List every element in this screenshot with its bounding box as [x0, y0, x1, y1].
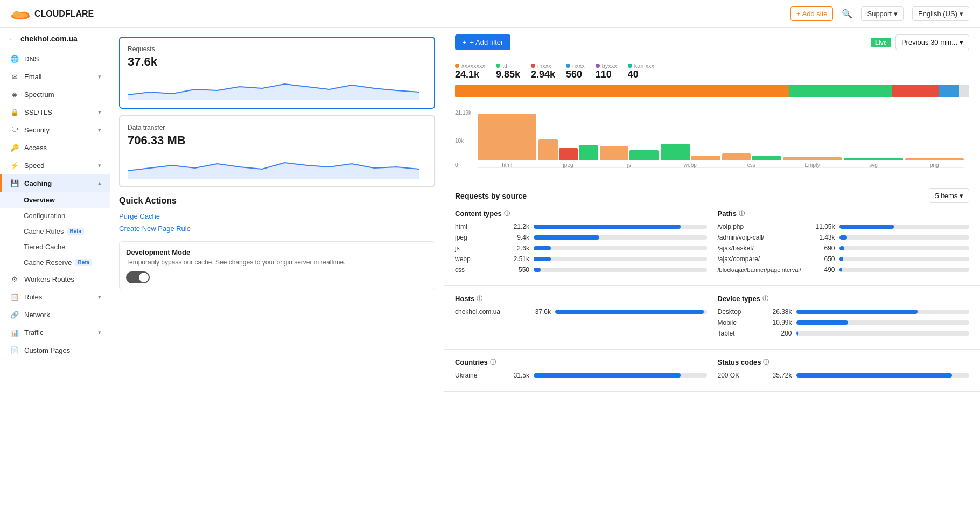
summary-item-1: ttt 9.85k — [496, 62, 520, 80]
source-row-css: css 550 — [455, 266, 707, 274]
source-row-tablet: Tablet 200 — [718, 330, 970, 337]
traffic-icon: 📊 — [10, 329, 19, 337]
dot-1 — [496, 64, 500, 68]
ssl-icon: 🔒 — [10, 108, 19, 116]
items-select-label: 5 items — [935, 192, 957, 200]
support-button[interactable]: Support ▾ — [861, 6, 904, 21]
sidebar-item-caching[interactable]: 💾 Caching ▴ — [0, 174, 110, 192]
language-button[interactable]: English (US) ▾ — [912, 6, 969, 21]
items-select[interactable]: 5 items ▾ — [929, 188, 969, 203]
add-filter-button[interactable]: + + Add filter — [455, 34, 510, 50]
time-select[interactable]: Previous 30 min... ▾ — [895, 34, 969, 50]
bar-jpeg-0 — [538, 139, 557, 160]
svg-point-3 — [13, 13, 28, 18]
source-row-desktop: Desktop 26.38k — [718, 308, 970, 316]
summary-item-4: byxxx 110 — [596, 62, 617, 80]
source-row-js: js 2.6k — [455, 244, 707, 252]
body-wrap: ← chekhol.com.ua 🌐 DNS ✉ Email ▾ ◈ Spect… — [0, 28, 980, 524]
account-name: chekhol.com.ua — [20, 34, 78, 43]
bar-label-js: js — [627, 162, 631, 168]
paths-info-icon: ⓘ — [739, 209, 745, 218]
live-badge: Live — [871, 38, 891, 47]
bar-jpeg-2 — [579, 145, 598, 160]
sidebar-sub-tiered-cache[interactable]: Tiered Cache — [0, 239, 110, 255]
time-select-label: Previous 30 min... — [901, 38, 957, 46]
bar-label-css: css — [747, 162, 755, 168]
stacked-bar-segment-3 — [939, 85, 959, 97]
sidebar-item-network[interactable]: 🔗 Network — [0, 306, 110, 324]
sidebar-sub-overview[interactable]: Overview — [0, 192, 110, 208]
rules-icon: 📋 — [10, 293, 19, 301]
source-row-jpeg: jpeg 9.4k — [455, 234, 707, 241]
cloudflare-logo: CLOUDFLARE — [11, 8, 94, 20]
bar-label-jpeg: jpeg — [563, 162, 573, 168]
device-types-info-icon: ⓘ — [762, 295, 768, 303]
source-row-mobile: Mobile 10.99k — [718, 319, 970, 326]
sidebar-label-caching: Caching — [24, 179, 52, 187]
requests-card-title: Requests — [128, 45, 426, 53]
sidebar-sub-cache-reserve[interactable]: Cache Reserve Beta — [0, 255, 110, 270]
sidebar-account[interactable]: ← chekhol.com.ua — [0, 28, 110, 50]
source-row-admin-voip: /admin/voip-call/ 1.43k — [718, 234, 970, 241]
sidebar-label-ssl: SSL/TLS — [24, 108, 52, 116]
sidebar-item-security[interactable]: 🛡 Security ▾ — [0, 121, 110, 139]
dev-mode-title: Development Mode — [126, 248, 428, 256]
sidebar-item-spectrum[interactable]: ◈ Spectrum — [0, 86, 110, 103]
email-icon: ✉ — [10, 73, 19, 81]
sub-label-tiered-cache: Tiered Cache — [24, 243, 66, 251]
speed-chevron: ▾ — [98, 162, 101, 169]
bar-group-html: html — [478, 114, 536, 168]
sidebar-item-ssl[interactable]: 🔒 SSL/TLS ▾ — [0, 103, 110, 121]
search-button[interactable]: 🔍 — [842, 9, 852, 19]
dev-mode-toggle-row: ✕ — [126, 271, 428, 283]
source-row-chekhol: chekhol.com.ua 37.6k — [455, 308, 707, 316]
content-types-info-icon: ⓘ — [504, 209, 510, 218]
bar-empty-0 — [783, 157, 842, 160]
sidebar-label-security: Security — [24, 126, 50, 134]
workers-icon: ⚙ — [10, 275, 19, 283]
sidebar-item-access[interactable]: 🔑 Access — [0, 139, 110, 157]
sidebar-item-speed[interactable]: ⚡ Speed ▾ — [0, 157, 110, 174]
time-controls: Live Previous 30 min... ▾ — [871, 34, 969, 50]
dns-icon: 🌐 — [10, 55, 19, 63]
add-filter-icon: + — [463, 38, 467, 46]
hosts-info-icon: ⓘ — [477, 295, 482, 303]
topnav: CLOUDFLARE + Add site 🔍 Support ▾ Englis… — [0, 0, 980, 28]
sidebar-item-dns[interactable]: 🌐 DNS — [0, 50, 110, 68]
sidebar-sub-configuration[interactable]: Configuration — [0, 208, 110, 223]
cloudflare-logo-icon — [11, 8, 30, 20]
sidebar-label-access: Access — [24, 144, 47, 152]
add-filter-label: + Add filter — [470, 38, 503, 46]
source-col-hosts: Hosts ⓘ chekhol.com.ua 37.6k — [455, 295, 707, 340]
bar-group-webp: webp — [661, 144, 719, 168]
bar-html-0 — [478, 114, 536, 160]
sidebar-label-email: Email — [24, 73, 42, 81]
purge-cache-link[interactable]: Purge Cache — [119, 212, 435, 220]
sidebar-label-rules: Rules — [24, 293, 42, 301]
dev-mode-toggle[interactable]: ✕ — [126, 271, 150, 283]
sidebar-item-email[interactable]: ✉ Email ▾ — [0, 68, 110, 86]
sidebar-label-speed: Speed — [24, 162, 45, 170]
create-page-rule-link[interactable]: Create New Page Rule — [119, 225, 435, 233]
source-col-content-types: Content types ⓘ html 21.2k jpeg 9.4k — [455, 209, 707, 277]
summary-item-3: nxxx 560 — [566, 62, 585, 80]
bar-label-webp: webp — [684, 162, 697, 168]
sidebar-sub-cache-rules[interactable]: Cache Rules Beta — [0, 223, 110, 239]
summary-item-5: kamxxx 40 — [628, 62, 654, 80]
source-row-ajax-basket: /ajax/basket/ 690 — [718, 244, 970, 252]
bar-label-html: html — [502, 162, 512, 168]
sidebar: ← chekhol.com.ua 🌐 DNS ✉ Email ▾ ◈ Spect… — [0, 28, 110, 524]
ssl-chevron: ▾ — [98, 109, 101, 116]
stacked-bar-segment-2 — [892, 85, 939, 97]
sidebar-item-rules[interactable]: 📋 Rules ▾ — [0, 288, 110, 306]
stacked-bar — [455, 85, 969, 97]
rules-chevron: ▾ — [98, 294, 101, 301]
summary-item-0: xxxxxxxx 24.1k — [455, 62, 485, 80]
sidebar-item-workers-routes[interactable]: ⚙ Workers Routes — [0, 270, 110, 288]
y-label-zero: 0 — [455, 162, 458, 168]
bar-js-0 — [600, 146, 629, 160]
sidebar-item-traffic[interactable]: 📊 Traffic ▾ — [0, 324, 110, 341]
left-panel: Requests 37.6k Data transfer 706.33 MB — [110, 28, 444, 524]
add-site-button[interactable]: + Add site — [790, 6, 833, 21]
sidebar-item-custom-pages[interactable]: 📄 Custom Pages — [0, 341, 110, 359]
